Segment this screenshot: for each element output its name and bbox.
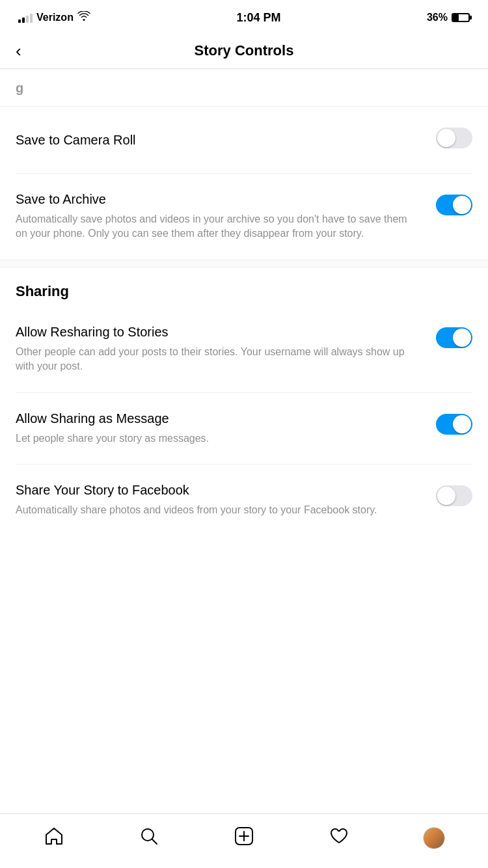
allow-sharing-message-title: Allow Sharing as Message [16, 411, 420, 426]
page-title: Story Controls [195, 42, 294, 59]
allow-resharing-toggle[interactable] [436, 327, 472, 348]
toggle-thumb [437, 129, 455, 147]
save-camera-roll-title: Save to Camera Roll [16, 125, 420, 155]
section-divider [0, 260, 488, 267]
nav-bar: ‹ Story Controls [0, 33, 488, 69]
toggle-thumb [437, 487, 455, 505]
allow-sharing-message-row: Allow Sharing as Message Let people shar… [16, 393, 472, 465]
save-archive-description: Automatically save photos and videos in … [16, 212, 420, 241]
signal-bar-3 [26, 16, 29, 23]
share-facebook-toggle[interactable] [436, 485, 472, 506]
save-section: Save to Camera Roll Save to Archive Auto… [0, 107, 488, 260]
signal-bars-icon [18, 12, 33, 23]
signal-bar-4 [30, 14, 33, 23]
allow-sharing-message-description: Let people share your story as messages. [16, 431, 420, 446]
carrier-label: Verizon [36, 12, 74, 23]
save-archive-title: Save to Archive [16, 192, 420, 207]
nav-item-activity[interactable] [319, 822, 359, 854]
allow-resharing-title: Allow Resharing to Stories [16, 325, 420, 340]
share-facebook-description: Automatically share photos and videos fr… [16, 503, 420, 517]
allow-sharing-message-toggle[interactable] [436, 414, 472, 435]
save-camera-roll-toggle[interactable] [436, 128, 472, 148]
allow-sharing-message-text: Allow Sharing as Message Let people shar… [16, 411, 436, 446]
toggle-thumb [453, 196, 471, 214]
status-time: 1:04 PM [236, 11, 280, 25]
status-right: 36% [427, 12, 470, 23]
sharing-section-header: Sharing [0, 267, 488, 306]
status-left: Verizon [18, 11, 90, 24]
nav-item-home[interactable] [34, 822, 74, 854]
sharing-header-label: Sharing [16, 283, 69, 299]
partial-section-header: g [0, 69, 488, 107]
allow-resharing-description: Other people can add your posts to their… [16, 345, 420, 374]
back-button[interactable]: ‹ [16, 42, 21, 59]
bottom-nav [0, 813, 488, 868]
share-facebook-title: Share Your Story to Facebook [16, 483, 420, 498]
save-archive-text: Save to Archive Automatically save photo… [16, 192, 436, 241]
battery-icon [452, 13, 470, 22]
sharing-section: Allow Resharing to Stories Other people … [0, 306, 488, 536]
nav-item-add[interactable] [224, 822, 264, 854]
nav-item-profile[interactable] [414, 822, 454, 854]
search-icon [139, 826, 159, 849]
save-camera-roll-text: Save to Camera Roll [16, 125, 436, 155]
wifi-icon [77, 11, 90, 24]
signal-bar-2 [22, 18, 25, 23]
allow-resharing-text: Allow Resharing to Stories Other people … [16, 325, 436, 374]
share-facebook-row: Share Your Story to Facebook Automatical… [16, 465, 472, 536]
toggle-thumb [453, 415, 471, 433]
share-facebook-text: Share Your Story to Facebook Automatical… [16, 483, 436, 517]
signal-bar-1 [18, 20, 21, 23]
profile-avatar [423, 827, 445, 849]
svg-line-1 [152, 839, 157, 844]
save-archive-toggle[interactable] [436, 195, 472, 215]
heart-icon [329, 826, 349, 849]
battery-percent: 36% [427, 12, 448, 23]
save-camera-roll-row: Save to Camera Roll [16, 107, 472, 174]
save-archive-row: Save to Archive Automatically save photo… [16, 174, 472, 260]
allow-resharing-row: Allow Resharing to Stories Other people … [16, 306, 472, 393]
nav-item-search[interactable] [129, 822, 169, 854]
content-area: Save to Camera Roll Save to Archive Auto… [0, 107, 488, 536]
toggle-thumb [453, 329, 471, 347]
home-icon [44, 826, 64, 849]
status-bar: Verizon 1:04 PM 36% [0, 0, 488, 33]
add-icon [234, 826, 254, 849]
